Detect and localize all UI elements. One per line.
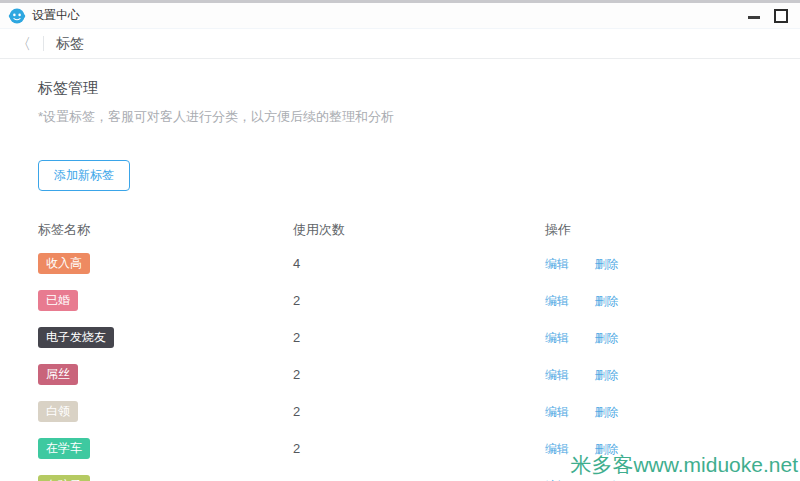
edit-link[interactable]: 编辑 [545,257,569,271]
nav-header: 〈 标签 [0,29,800,59]
column-header-actions: 操作 [545,221,762,239]
table-row: 在学车 2 编辑 删除 [38,430,762,467]
table-row: 白领 2 编辑 删除 [38,393,762,430]
column-header-count: 使用次数 [293,221,545,239]
delete-link[interactable]: 删除 [594,442,618,456]
edit-link[interactable]: 编辑 [545,442,569,456]
maximize-button[interactable] [774,9,788,23]
delete-link[interactable]: 删除 [594,405,618,419]
tags-table: 标签名称 使用次数 操作 收入高 4 编辑 删除 已婚 2 编辑 删除 电子发烧… [38,215,762,481]
tag-pill: 在学车 [38,438,90,459]
content-area: 标签管理 *设置标签，客服可对客人进行分类，以方便后续的整理和分析 添加新标签 … [0,59,800,481]
tag-usage-count: 2 [293,441,545,456]
tag-pill: 白领 [38,401,78,422]
section-description: *设置标签，客服可对客人进行分类，以方便后续的整理和分析 [38,108,762,126]
table-header-row: 标签名称 使用次数 操作 [38,215,762,245]
tag-pill: 屌丝 [38,364,78,385]
delete-link[interactable]: 删除 [594,257,618,271]
table-row: 收入高 4 编辑 删除 [38,245,762,282]
window-controls [748,9,792,23]
edit-link[interactable]: 编辑 [545,294,569,308]
edit-link[interactable]: 编辑 [545,405,569,419]
table-row: 电子发烧友 2 编辑 删除 [38,319,762,356]
tag-usage-count: 2 [293,367,545,382]
tag-usage-count: 2 [293,404,545,419]
nav-divider [43,36,44,51]
table-row: 有孩子 1 编辑 删除 [38,467,762,481]
column-header-name: 标签名称 [38,221,293,239]
back-button[interactable]: 〈 [12,34,35,53]
minimize-button[interactable] [748,10,760,22]
titlebar: 设置中心 [0,0,800,29]
table-body: 收入高 4 编辑 删除 已婚 2 编辑 删除 电子发烧友 2 编辑 删除 屌丝 … [38,245,762,481]
tag-usage-count: 2 [293,330,545,345]
tag-pill: 电子发烧友 [38,327,114,348]
delete-link[interactable]: 删除 [594,294,618,308]
app-logo-icon [8,7,26,25]
delete-link[interactable]: 删除 [594,368,618,382]
section-heading: 标签管理 [38,79,762,98]
tag-usage-count: 4 [293,256,545,271]
tag-usage-count: 2 [293,293,545,308]
table-row: 已婚 2 编辑 删除 [38,282,762,319]
tag-pill: 已婚 [38,290,78,311]
delete-link[interactable]: 删除 [594,331,618,345]
add-tag-button[interactable]: 添加新标签 [38,160,130,191]
window-title: 设置中心 [32,7,80,24]
tag-pill: 收入高 [38,253,90,274]
edit-link[interactable]: 编辑 [545,368,569,382]
page-title: 标签 [56,35,84,53]
tag-pill: 有孩子 [38,475,90,481]
table-row: 屌丝 2 编辑 删除 [38,356,762,393]
edit-link[interactable]: 编辑 [545,331,569,345]
